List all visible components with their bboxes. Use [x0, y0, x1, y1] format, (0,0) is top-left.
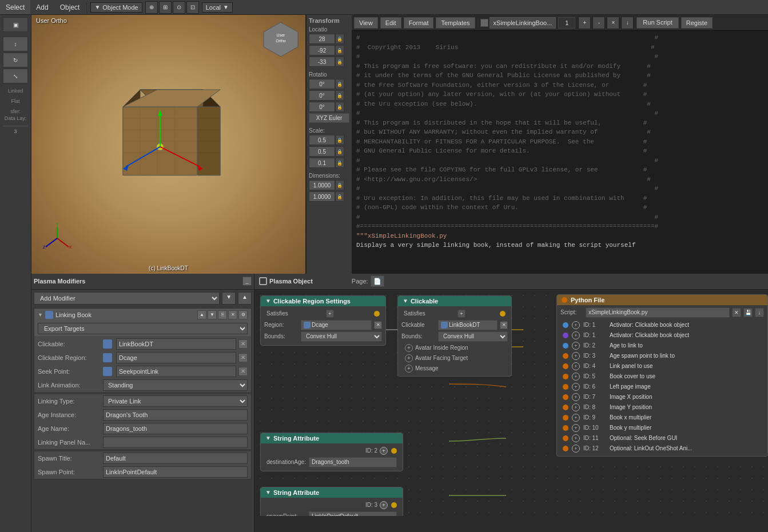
scale-x-lock[interactable]: 🔒	[335, 135, 344, 145]
spawn-title-input[interactable]	[103, 453, 248, 464]
sa2-id-btn[interactable]: +	[380, 501, 388, 509]
py-btn-3[interactable]: ↓	[755, 308, 764, 317]
sa2-field-input[interactable]	[309, 511, 397, 517]
code-icon-1[interactable]: +	[578, 17, 591, 29]
code-content[interactable]: # # # Copyright 2013 Sirius # #	[352, 31, 768, 274]
scale-z-lock[interactable]: 🔒	[335, 158, 344, 168]
code-icon-4[interactable]: ↓	[621, 17, 634, 29]
python-plus-4[interactable]: +	[572, 362, 580, 370]
format-btn[interactable]: Format	[404, 17, 434, 29]
orientation-icon-btn[interactable]: ⊡	[186, 1, 199, 14]
rotation-y-lock[interactable]: 🔒	[335, 90, 344, 101]
cl-avatar-inside[interactable]: + Avatar Inside Region	[401, 343, 508, 353]
age-name-input[interactable]	[103, 423, 248, 434]
scale-y[interactable]	[309, 146, 335, 157]
linking-panel-input[interactable]	[103, 437, 248, 448]
scale-x[interactable]	[309, 135, 335, 145]
tool-rotate[interactable]: ↻	[3, 53, 28, 67]
cl-satisfies-btn[interactable]: +	[457, 310, 465, 318]
tool-move[interactable]: ↕	[3, 37, 28, 51]
run-script-btn[interactable]: Run Script	[636, 17, 678, 29]
linking-type-select[interactable]: Private Link	[103, 395, 248, 407]
python-plus-12[interactable]: +	[572, 445, 580, 453]
age-instance-input[interactable]	[103, 409, 248, 421]
view-btn[interactable]: View	[354, 17, 378, 29]
sa1-field-input[interactable]	[309, 457, 397, 467]
snap-icon-btn[interactable]: ⊞	[159, 1, 172, 14]
dim-x[interactable]	[309, 180, 335, 190]
code-icon-3[interactable]: ×	[607, 17, 619, 29]
location-y-lock[interactable]: 🔒	[335, 45, 344, 55]
viewport[interactable]: User Ortho	[31, 15, 306, 274]
templates-btn[interactable]: Templates	[436, 17, 475, 29]
python-plus-10[interactable]: +	[572, 424, 580, 432]
sa1-id-btn[interactable]: +	[380, 447, 388, 455]
cl-clickable-clear[interactable]: ✕	[500, 321, 508, 329]
add-modifier-btn-1[interactable]: ▼	[222, 292, 236, 305]
tool-scale[interactable]: ⤡	[3, 69, 28, 83]
location-x-lock[interactable]: 🔒	[335, 34, 344, 44]
cl-bounds-select[interactable]: Convex Hull	[438, 331, 508, 342]
script-selector[interactable]: xSimpleLinkingBoo...	[480, 17, 556, 29]
lbs-up-btn[interactable]: ▲	[197, 310, 206, 319]
mode-selector[interactable]: ▼ Object Mode	[90, 2, 142, 13]
dim-y-lock[interactable]: 🔒	[335, 191, 344, 202]
lbs-copy-btn[interactable]: ⎘	[218, 310, 227, 319]
add-modifier-select[interactable]: Add Modifier	[34, 292, 220, 305]
lbs-delete-btn[interactable]: ✕	[228, 310, 237, 319]
cr-satisfies-btn[interactable]: +	[326, 310, 334, 318]
rotation-z-lock[interactable]: 🔒	[335, 102, 344, 112]
clickable-region-clear[interactable]: ✕	[238, 353, 248, 362]
menu-object[interactable]: Object	[54, 0, 86, 14]
menu-add[interactable]: Add	[30, 0, 54, 14]
edit-btn[interactable]: Edit	[380, 17, 401, 29]
code-icon-2[interactable]: -	[592, 17, 605, 29]
python-plus-6[interactable]: +	[572, 383, 580, 391]
rotation-y[interactable]	[309, 90, 335, 101]
dim-y[interactable]	[309, 191, 335, 202]
pivot-icon-btn[interactable]: ⊙	[173, 1, 185, 14]
nav-cube[interactable]: User Ortho	[261, 19, 301, 59]
euler-btn[interactable]: XYZ Euler	[309, 113, 349, 123]
spawn-point-input[interactable]	[103, 466, 248, 478]
props-minimize[interactable]: _	[242, 277, 252, 286]
menu-select[interactable]: Select	[0, 0, 30, 14]
scale-z[interactable]	[309, 158, 335, 168]
cr-region-clear[interactable]: ✕	[374, 321, 382, 329]
python-plus-9[interactable]: +	[572, 414, 580, 422]
scale-y-lock[interactable]: 🔒	[335, 146, 344, 157]
location-z[interactable]	[309, 57, 335, 67]
python-plus-7[interactable]: +	[572, 393, 580, 401]
rotation-x[interactable]	[309, 79, 335, 89]
python-plus-3[interactable]: +	[572, 352, 580, 360]
lbs-down-btn[interactable]: ▼	[208, 310, 217, 319]
link-animation-select[interactable]: Standing	[103, 379, 248, 391]
clickable-clear[interactable]: ✕	[238, 339, 248, 349]
python-plus-0[interactable]: +	[572, 321, 580, 329]
node-canvas[interactable]: ▼ Clickable Region Settings Satisfies +	[254, 290, 768, 517]
python-plus-11[interactable]: +	[572, 434, 580, 442]
register-btn[interactable]: Registe	[681, 17, 713, 29]
python-plus-1[interactable]: +	[572, 331, 580, 339]
py-btn-2[interactable]: 💾	[743, 308, 753, 317]
py-btn-1[interactable]: ✕	[732, 308, 741, 317]
seek-point-clear[interactable]: ✕	[238, 367, 248, 376]
transform-icon-btn[interactable]: ⊕	[145, 1, 158, 14]
python-plus-8[interactable]: +	[572, 403, 580, 411]
line-number[interactable]	[558, 17, 575, 29]
cl-message[interactable]: + Message	[401, 363, 508, 374]
cl-avatar-facing[interactable]: + Avatar Facing Target	[401, 353, 508, 363]
local-selector[interactable]: Local ▼	[202, 2, 233, 13]
add-modifier-btn-2[interactable]: ▲	[238, 292, 252, 305]
rotation-z[interactable]	[309, 102, 335, 112]
page-icon[interactable]: 📄	[371, 275, 384, 287]
lbs-settings-btn[interactable]: ⚙	[238, 310, 248, 319]
dim-x-lock[interactable]: 🔒	[335, 180, 344, 190]
export-targets-select[interactable]: Export Targets	[38, 323, 248, 334]
tool-select[interactable]: ▣	[3, 17, 28, 32]
plasma-object-check[interactable]	[259, 277, 267, 285]
python-plus-5[interactable]: +	[572, 373, 580, 381]
location-x[interactable]	[309, 34, 335, 44]
cr-bounds-select[interactable]: Convex Hull	[301, 331, 382, 342]
location-z-lock[interactable]: 🔒	[335, 57, 344, 67]
